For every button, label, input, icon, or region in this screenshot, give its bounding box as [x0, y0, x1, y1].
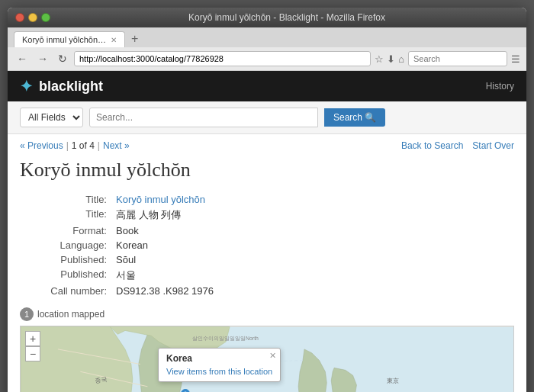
app-logo: ✦ blacklight [20, 77, 103, 95]
maximize-button[interactable] [41, 13, 50, 22]
pagination-bar: « Previous | 1 of 4 | Next » Back to Sea… [20, 140, 514, 151]
field-label: Title: [20, 192, 111, 207]
close-button[interactable] [15, 13, 24, 22]
metadata-table: Title:Koryŏ inmul yŏlchŏnTitle:高麗 人物 列傳F… [20, 192, 514, 298]
browser-window: Koryŏ inmul yŏlchŏn - Blacklight - Mozil… [8, 8, 526, 392]
view-items-link[interactable]: View items from this location [166, 367, 272, 376]
browser-search-input[interactable] [408, 51, 507, 66]
search-icon: 🔍 [365, 112, 376, 123]
map-container[interactable]: 살인수이의일일일일일North 중국 東京 + − ✕ Korea View i… [20, 326, 514, 392]
field-label: Language: [20, 238, 111, 252]
map-pin [181, 389, 190, 392]
record-title: Koryŏ inmul yŏlchŏn [20, 159, 514, 182]
field-value: 서울 [111, 267, 514, 284]
app-nav: History [486, 81, 514, 92]
location-count: 1 location mapped [20, 307, 514, 321]
back-button[interactable]: ← [14, 51, 31, 66]
zoom-in-button[interactable]: + [25, 331, 40, 346]
toolbar-icons: ☆ ⬇ ⌂ [375, 53, 404, 65]
table-row: Published:서울 [20, 267, 514, 284]
tab-bar: Koryŏ inmul yŏlchŏn… ✕ + [8, 27, 526, 47]
refresh-button[interactable]: ↻ [55, 51, 70, 66]
app-header: ✦ blacklight History [8, 71, 526, 101]
new-tab-button[interactable]: + [127, 31, 143, 47]
pagination-left: « Previous | 1 of 4 | Next » [20, 140, 130, 151]
field-value: Sŏul [111, 252, 514, 267]
table-row: Title:Koryŏ inmul yŏlchŏn [20, 192, 514, 207]
field-value-link[interactable]: Koryŏ inmul yŏlchŏn [116, 194, 205, 205]
search-button[interactable]: Search 🔍 [324, 108, 385, 127]
table-row: Published:Sŏul [20, 252, 514, 267]
field-value: Koryŏ inmul yŏlchŏn [111, 192, 514, 207]
search-button-label: Search [333, 112, 362, 123]
svg-text:살인수이의일일일일일North: 살인수이의일일일일일North [192, 336, 259, 341]
count-badge: 1 [20, 307, 34, 321]
field-label: Published: [20, 267, 111, 284]
field-label: Format: [20, 223, 111, 238]
menu-icon[interactable]: ☰ [511, 53, 520, 65]
map-popup: ✕ Korea View items from this location [158, 348, 281, 382]
pin-icon [181, 389, 190, 392]
content-area: « Previous | 1 of 4 | Next » Back to Sea… [8, 134, 526, 392]
popup-close-icon[interactable]: ✕ [269, 351, 276, 361]
field-label: Title: [20, 207, 111, 223]
zoom-out-button[interactable]: − [25, 346, 40, 361]
svg-text:東京: 東京 [387, 378, 399, 384]
url-input[interactable] [74, 51, 371, 66]
popup-title: Korea [166, 353, 272, 364]
tab-close-icon[interactable]: ✕ [111, 36, 117, 44]
app-name: blacklight [39, 79, 103, 95]
field-label: Published: [20, 252, 111, 267]
address-bar: ← → ↻ ☆ ⬇ ⌂ ☰ [8, 47, 526, 71]
download-icon[interactable]: ⬇ [387, 53, 395, 65]
menu-icons: ☰ [511, 53, 520, 65]
forward-button[interactable]: → [34, 51, 51, 66]
table-row: Language:Korean [20, 238, 514, 252]
field-value: 高麗 人物 列傳 [111, 207, 514, 223]
minimize-button[interactable] [28, 13, 37, 22]
search-bar: All Fields Search 🔍 [8, 101, 526, 134]
window-title: Koryŏ inmul yŏlchŏn - Blacklight - Mozil… [55, 12, 519, 23]
location-label: location mapped [37, 309, 105, 320]
home-icon[interactable]: ⌂ [398, 53, 404, 65]
history-link[interactable]: History [486, 81, 514, 92]
field-label: Call number: [20, 284, 111, 298]
popup-link: View items from this location [166, 366, 272, 377]
separator: | [66, 140, 69, 151]
table-row: Call number:DS912.38 .K982 1976 [20, 284, 514, 298]
map-controls: + − [25, 331, 40, 361]
table-row: Format:Book [20, 223, 514, 238]
next-link[interactable]: Next » [103, 140, 130, 151]
start-over-link[interactable]: Start Over [472, 140, 514, 151]
back-to-search-link[interactable]: Back to Search [401, 140, 463, 151]
active-tab[interactable]: Koryŏ inmul yŏlchŏn… ✕ [14, 31, 125, 47]
field-value: DS912.38 .K982 1976 [111, 284, 514, 298]
field-value: Book [111, 223, 514, 238]
pagination-right: Back to Search Start Over [401, 140, 514, 151]
title-bar: Koryŏ inmul yŏlchŏn - Blacklight - Mozil… [8, 8, 526, 27]
star-icon[interactable]: ☆ [375, 53, 384, 65]
tab-label: Koryŏ inmul yŏlchŏn… [22, 35, 106, 44]
pagination-position: 1 of 4 [72, 140, 95, 151]
location-section: 1 location mapped [20, 307, 514, 392]
window-buttons [15, 13, 50, 22]
previous-link[interactable]: « Previous [20, 140, 63, 151]
search-input[interactable] [89, 108, 318, 127]
logo-icon: ✦ [20, 77, 33, 95]
field-selector[interactable]: All Fields [20, 108, 83, 127]
field-value: Korean [111, 238, 514, 252]
separator2: | [98, 140, 100, 151]
table-row: Title:高麗 人物 列傳 [20, 207, 514, 223]
